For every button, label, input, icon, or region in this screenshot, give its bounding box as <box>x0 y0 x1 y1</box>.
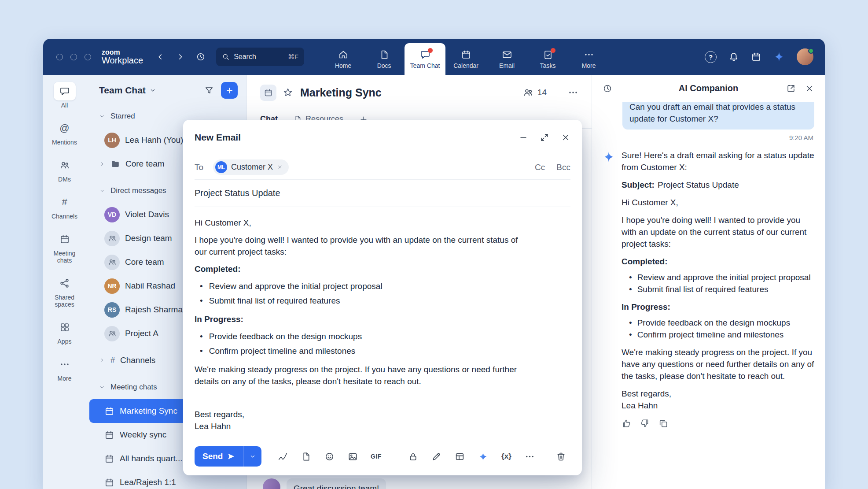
chat-name: Project A <box>125 329 158 338</box>
ai-sparkle-icon <box>603 151 615 163</box>
tab-more[interactable]: More <box>568 43 609 75</box>
minimize-icon[interactable] <box>519 133 528 142</box>
ai-reply-intro: Sure! Here's a draft email asking for a … <box>622 149 814 173</box>
signature-pen-icon <box>278 452 288 462</box>
schedule-calendar-icon[interactable] <box>751 52 761 62</box>
search-shortcut: ⌘F <box>288 53 298 61</box>
attach-file-button[interactable] <box>296 447 316 466</box>
insert-image-button[interactable] <box>343 447 362 466</box>
notification-dot <box>428 48 433 53</box>
cc-button[interactable]: Cc <box>535 163 545 172</box>
signature: Lea Hahn <box>195 420 522 432</box>
online-status-dot <box>808 48 814 54</box>
back-icon[interactable] <box>155 52 165 62</box>
calendar-icon <box>461 49 471 60</box>
close-icon[interactable] <box>805 84 814 93</box>
to-field[interactable]: To ML Customer X Cc Bcc <box>195 155 570 180</box>
rail-item-apps[interactable]: Apps <box>43 318 86 345</box>
help-button[interactable]: ? <box>705 51 717 63</box>
chat-name: Marketing Sync <box>120 406 177 416</box>
logo-zoom: zoom <box>102 48 143 56</box>
search-icon <box>222 53 230 61</box>
gif-button[interactable]: GIF <box>366 447 386 466</box>
send-label: Send <box>202 452 223 461</box>
tab-home[interactable]: Home <box>323 43 364 75</box>
chevron-down-icon[interactable] <box>149 87 156 94</box>
encrypt-button[interactable] <box>403 447 423 466</box>
expand-icon[interactable] <box>540 133 549 142</box>
dialog-title: New Email <box>195 132 241 143</box>
members-button[interactable]: 14 <box>523 87 547 98</box>
star-icon[interactable] <box>283 87 293 98</box>
avatar[interactable] <box>263 478 280 489</box>
open-in-new-icon[interactable] <box>786 84 796 93</box>
email-toolbar: Send GIF <box>195 437 570 475</box>
ai-conversation[interactable]: Can you draft an email that provides a s… <box>592 102 825 489</box>
tab-team-chat[interactable]: Team Chat <box>405 43 445 75</box>
thumbs-up-icon[interactable] <box>622 419 631 428</box>
copy-icon[interactable] <box>658 419 668 428</box>
rail-item-shared-spaces[interactable]: Shared spaces <box>43 274 86 308</box>
more-options-icon[interactable] <box>568 87 578 98</box>
user-avatar[interactable] <box>797 48 813 65</box>
search-input[interactable]: Search ⌘F <box>216 48 304 66</box>
recipient-chip[interactable]: ML Customer X <box>213 159 289 175</box>
subject-field[interactable]: Project Status Update <box>195 180 570 207</box>
ai-compose-button[interactable] <box>473 447 493 466</box>
filter-icon[interactable] <box>204 85 214 95</box>
rail-item-all[interactable]: All <box>43 82 86 109</box>
bcc-button[interactable]: Bcc <box>556 163 570 172</box>
close-icon[interactable] <box>561 133 570 142</box>
emoji-button[interactable] <box>320 447 339 466</box>
message-bubble[interactable]: Great discussion team! <box>287 478 386 489</box>
traffic-light-close[interactable] <box>56 54 63 60</box>
rail-item-meeting-chats[interactable]: Meeting chats <box>43 230 86 264</box>
remove-recipient-icon[interactable] <box>277 164 283 170</box>
signature-pen-button[interactable] <box>273 447 292 466</box>
tab-email[interactable]: Email <box>486 43 527 75</box>
window-controls[interactable] <box>56 54 91 60</box>
apps-grid-icon <box>59 322 70 333</box>
template-button[interactable] <box>450 447 469 466</box>
chevron-right-icon <box>99 161 105 167</box>
left-rail: All @ Mentions DMs # Channels Meeting ch… <box>43 75 86 489</box>
rail-item-dms[interactable]: DMs <box>43 156 86 183</box>
notifications-bell-icon[interactable] <box>728 52 739 62</box>
history-icon[interactable] <box>196 52 206 62</box>
avatar: LH <box>104 133 120 148</box>
rail-item-more[interactable]: More <box>43 355 86 382</box>
send-options-button[interactable] <box>243 446 261 467</box>
tab-tasks[interactable]: Tasks <box>527 43 568 75</box>
thumbs-down-icon[interactable] <box>640 419 650 428</box>
meeting-chat-icon <box>104 478 114 488</box>
forward-icon[interactable] <box>176 52 185 62</box>
chat-name: Core team <box>125 159 165 169</box>
send-button[interactable]: Send <box>195 446 243 467</box>
new-chat-button[interactable] <box>221 82 238 99</box>
tab-label: Calendar <box>453 62 478 69</box>
tab-docs[interactable]: Docs <box>364 43 405 75</box>
traffic-light-zoom[interactable] <box>85 54 91 60</box>
emoji-icon <box>324 452 335 462</box>
traffic-light-minimize[interactable] <box>70 54 77 60</box>
chat-list-title[interactable]: Team Chat <box>99 85 146 96</box>
search-placeholder: Search <box>234 53 256 61</box>
rail-item-mentions[interactable]: @ Mentions <box>43 119 86 146</box>
discard-draft-button[interactable] <box>551 447 570 466</box>
variables-button[interactable]: {x} <box>497 447 516 466</box>
share-nodes-icon <box>59 278 70 289</box>
edit-button[interactable] <box>427 447 446 466</box>
email-body-editor[interactable]: Hi Customer X, I hope you're doing well!… <box>195 207 570 437</box>
people-icon <box>59 160 70 170</box>
calendar-icon <box>264 88 273 97</box>
ai-companion-icon[interactable] <box>773 51 785 63</box>
chat-name: Core team <box>125 257 164 267</box>
rail-label: Apps <box>58 338 72 345</box>
more-options-button[interactable] <box>520 447 539 466</box>
section-label: Direct messages <box>110 186 166 195</box>
tab-label: Email <box>499 62 515 69</box>
rail-item-channels[interactable]: # Channels <box>43 193 86 220</box>
history-icon[interactable] <box>603 84 612 93</box>
tab-calendar[interactable]: Calendar <box>445 43 486 75</box>
chevron-down-icon <box>249 453 256 460</box>
